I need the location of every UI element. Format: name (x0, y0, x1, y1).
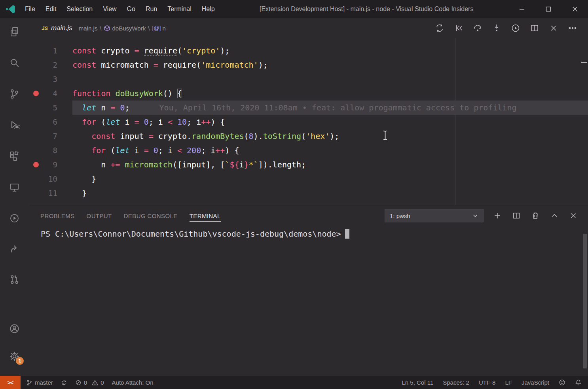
menu-go[interactable]: Go (122, 0, 140, 18)
remote-indicator[interactable]: >< (0, 376, 21, 389)
activity-pull-requests[interactable] (7, 272, 21, 287)
code-line-4[interactable]: 4function doBusyWork() { (29, 86, 588, 101)
menu-view[interactable]: View (98, 0, 121, 18)
code-text[interactable]: function doBusyWork() { (72, 86, 588, 101)
activity-source-control[interactable] (7, 87, 21, 101)
minimize-button[interactable] (508, 0, 535, 18)
code-text[interactable]: } (72, 186, 588, 200)
menu-help[interactable]: Help (197, 0, 220, 18)
code-text[interactable]: const micromatch = require('micromatch')… (72, 58, 588, 72)
code-line-2[interactable]: 2const micromatch = require('micromatch'… (29, 58, 588, 72)
code-line-10[interactable]: 10 } (29, 172, 588, 186)
step-into-icon[interactable] (491, 23, 502, 33)
code-line-8[interactable]: 8 for (let i = 0; i < 200; i++) { (29, 143, 588, 157)
activity-settings[interactable]: 1 (7, 349, 21, 363)
code-text[interactable]: let n = 0;You, April 16th, 2020 11:08am … (72, 101, 588, 115)
activity-remote-explorer[interactable] (7, 180, 21, 194)
indentation-status[interactable]: Spaces: 2 (443, 379, 469, 386)
activity-accounts[interactable] (7, 321, 21, 336)
code-text[interactable]: for (let i = 0; i < 10; i++) { (72, 115, 588, 129)
code-text[interactable]: n += micromatch([input], [`${i}*`]).leng… (72, 157, 588, 172)
gutter[interactable]: 1 (29, 44, 72, 58)
code-line-9[interactable]: 9 n += micromatch([input], [`${i}*`]).le… (29, 157, 588, 172)
menu-file[interactable]: File (20, 0, 40, 18)
tab-debug-console[interactable]: DEBUG CONSOLE (124, 210, 178, 222)
gutter[interactable]: 6 (29, 115, 72, 129)
feedback-button[interactable] (559, 379, 565, 386)
code-text[interactable]: const crypto = require('crypto'); (72, 44, 588, 58)
split-editor-icon[interactable] (529, 23, 540, 33)
editor-tab-filename[interactable]: main.js (51, 24, 72, 32)
code-line-6[interactable]: 6 for (let i = 0; i < 10; i++) { (29, 115, 588, 129)
terminal[interactable]: PS C:\Users\Connor\Documents\Github\vsco… (29, 226, 588, 376)
breadcrumb-symbol[interactable]: doBusyWork (112, 25, 146, 32)
git-branch-status[interactable]: master (26, 379, 53, 386)
problems-status[interactable]: 0 0 (75, 379, 104, 386)
menu-edit[interactable]: Edit (40, 0, 62, 18)
breadcrumb-file[interactable]: main.js (79, 25, 98, 32)
breadcrumb-leaf[interactable]: n (162, 25, 165, 32)
activity-run-circle[interactable] (7, 211, 21, 225)
breakpoint-slot[interactable] (33, 105, 39, 110)
breakpoint-slot[interactable] (33, 76, 39, 82)
activity-extensions[interactable] (7, 148, 21, 163)
breakpoint-slot[interactable] (33, 190, 39, 196)
maximize-panel-button[interactable] (549, 211, 560, 221)
terminal-picker[interactable]: 1: pwsh (385, 209, 484, 222)
encoding-status[interactable]: UTF-8 (479, 379, 496, 386)
menu-run[interactable]: Run (140, 0, 162, 18)
gutter[interactable]: 11 (29, 186, 72, 200)
code-text[interactable]: } (72, 172, 588, 186)
auto-attach-status[interactable]: Auto Attach: On (112, 379, 154, 386)
gutter[interactable]: 2 (29, 58, 72, 72)
breakpoint-slot[interactable] (33, 148, 39, 153)
activity-explorer[interactable] (7, 25, 21, 39)
code-text[interactable]: const input = crypto.randomBytes(8).toSt… (72, 129, 588, 143)
close-button[interactable] (561, 0, 588, 18)
maximize-button[interactable] (535, 0, 561, 18)
activity-run-debug[interactable] (7, 118, 21, 132)
cursor-position-status[interactable]: Ln 5, Col 11 (402, 379, 433, 386)
gutter[interactable]: 9 (29, 157, 72, 172)
tab-terminal[interactable]: TERMINAL (190, 210, 221, 222)
step-over-icon[interactable] (472, 23, 483, 33)
menu-selection[interactable]: Selection (61, 0, 98, 18)
gutter[interactable]: 3 (29, 72, 72, 86)
breakpoint-slot[interactable] (33, 48, 39, 53)
breakpoint-slot[interactable] (33, 133, 39, 139)
notifications-button[interactable] (575, 379, 582, 386)
breakpoint-slot[interactable] (33, 176, 39, 182)
sync-changes-button[interactable] (61, 380, 67, 386)
code-editor[interactable]: 1const crypto = require('crypto');2const… (29, 38, 588, 205)
step-back-icon[interactable] (453, 23, 464, 33)
run-icon[interactable] (510, 23, 521, 33)
gutter[interactable]: 10 (29, 172, 72, 186)
menu-terminal[interactable]: Terminal (162, 0, 196, 18)
activity-live-share[interactable] (7, 241, 21, 256)
gutter[interactable]: 7 (29, 129, 72, 143)
close-panel-button[interactable] (568, 211, 579, 221)
close-editor-icon[interactable] (548, 23, 559, 33)
tab-problems[interactable]: PROBLEMS (40, 210, 75, 222)
split-terminal-button[interactable] (511, 211, 522, 221)
gutter[interactable]: 8 (29, 143, 72, 157)
code-line-5[interactable]: 5 let n = 0;You, April 16th, 2020 11:08a… (29, 101, 588, 115)
code-text[interactable] (72, 72, 588, 86)
more-actions-icon[interactable] (567, 23, 578, 33)
language-mode-status[interactable]: JavaScript (522, 379, 549, 386)
breakpoint-dot[interactable] (33, 162, 39, 167)
breakpoint-dot[interactable] (33, 91, 39, 96)
tab-output[interactable]: OUTPUT (87, 210, 112, 222)
code-line-11[interactable]: 11 } (29, 186, 588, 200)
breakpoint-slot[interactable] (33, 62, 39, 68)
gutter[interactable]: 4 (29, 86, 72, 101)
compare-changes-icon[interactable] (434, 23, 445, 33)
terminal-scrollbar[interactable] (583, 234, 587, 368)
code-line-3[interactable]: 3 (29, 72, 588, 86)
code-text[interactable]: for (let i = 0; i < 200; i++) { (72, 143, 588, 157)
code-line-1[interactable]: 1const crypto = require('crypto'); (29, 44, 588, 58)
activity-search[interactable] (7, 55, 21, 70)
breakpoint-slot[interactable] (33, 119, 39, 125)
gutter[interactable]: 5 (29, 101, 72, 115)
code-line-7[interactable]: 7 const input = crypto.randomBytes(8).to… (29, 129, 588, 143)
